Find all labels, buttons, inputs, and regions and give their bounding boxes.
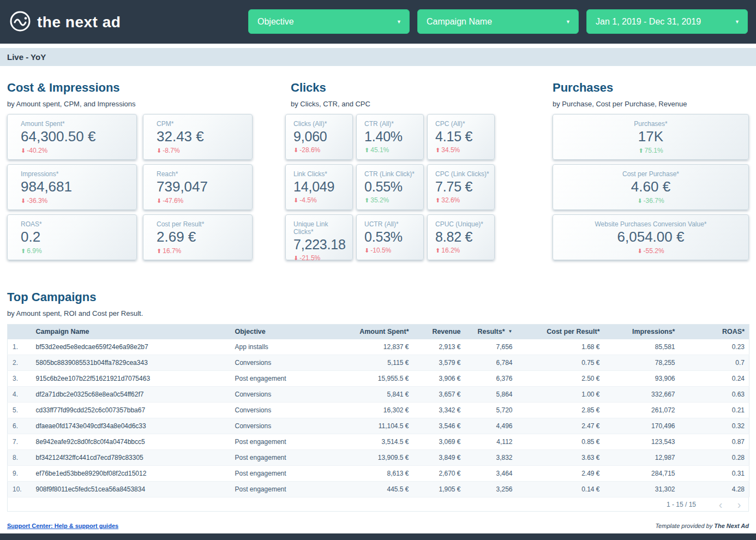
trend-arrow-icon xyxy=(435,196,441,204)
trend-arrow-icon xyxy=(637,247,643,255)
metric-label: Link Clicks* xyxy=(293,170,349,178)
cell-impressions: 332,667 xyxy=(604,387,680,403)
dashboard-page: the next ad Objective ▼ Campaign Name ▼ … xyxy=(0,0,756,540)
delta-value: -36.7% xyxy=(644,197,664,205)
table-pagination: 1 - 15 / 15 ‹ › xyxy=(7,497,749,512)
cell-results: 4,112 xyxy=(465,434,517,450)
metric-label: CTR (Link Click)* xyxy=(364,170,420,178)
scorecard-clicks-all: Clicks (All)* 9,060 -28.6% xyxy=(285,114,353,160)
support-center-link[interactable]: Support Center: Help & support guides xyxy=(7,523,118,529)
column-header-amount-spent[interactable]: Amount Spent* xyxy=(307,325,413,339)
cell-roas: 0.21 xyxy=(680,403,749,418)
cell-amount-spent: 15,955.5 € xyxy=(307,371,413,387)
table-row: 4. df2a71dbc2e0325c68e8ea0c54ff62f7 Conv… xyxy=(8,387,749,403)
cell-rank: 6. xyxy=(8,418,35,434)
date-range-dropdown[interactable]: Jan 1, 2019 - Dec 31, 2019 ▼ xyxy=(586,9,748,34)
table-row: 6. dfaeae0fd1743e049cdf34a8e04d6c33 Conv… xyxy=(8,418,749,434)
column-header-cost-per-result[interactable]: Cost per Result* xyxy=(517,325,604,339)
cell-amount-spent: 8,613 € xyxy=(307,466,413,482)
delta-value: -4.5% xyxy=(299,196,316,204)
cell-amount-spent: 11,104.5 € xyxy=(307,418,413,434)
metric-delta: 6.9% xyxy=(21,247,131,255)
column-header-campaign-name[interactable]: Campaign Name xyxy=(35,325,228,339)
metric-value: 4.15 € xyxy=(435,128,491,145)
cell-results: 6,376 xyxy=(465,371,517,387)
metric-delta: -47.6% xyxy=(157,197,247,205)
column-header-objective[interactable]: Objective xyxy=(228,325,307,339)
metric-delta: 16.7% xyxy=(157,247,247,255)
cell-rank: 4. xyxy=(8,387,35,403)
metric-label: Unique Link Clicks* xyxy=(293,220,349,236)
metric-value: 7,223.18 xyxy=(293,236,349,253)
cell-cost-per-result: 0.75 € xyxy=(517,355,604,371)
section-cost-impressions: Cost & Impressions by Amount spent, CPM,… xyxy=(7,81,253,260)
trend-arrow-icon xyxy=(364,247,370,254)
cell-roas: 0.23 xyxy=(680,339,749,355)
metric-label: CPUC (Unique)* xyxy=(435,220,491,228)
cell-objective: Conversions xyxy=(228,355,307,371)
cell-rank: 10. xyxy=(8,482,35,497)
scorecard-reach: Reach* 739,047 -47.6% xyxy=(143,164,253,210)
column-header-results[interactable]: Results*▼ xyxy=(465,325,517,339)
column-header-rank xyxy=(8,325,35,339)
metric-label: Reach* xyxy=(157,170,247,178)
top-bar: the next ad Objective ▼ Campaign Name ▼ … xyxy=(0,0,756,44)
delta-value: -28.6% xyxy=(299,146,320,154)
cell-cost-per-result: 2.50 € xyxy=(517,371,604,387)
metric-value: 0.55% xyxy=(364,178,420,195)
trend-arrow-icon xyxy=(21,247,27,255)
cell-campaign-name: 915c6b2ee107b22f51621921d7075463 xyxy=(35,371,228,387)
cell-objective: Post engagement xyxy=(228,434,307,450)
delta-value: -36.3% xyxy=(27,197,47,205)
cell-revenue: 3,906 € xyxy=(413,371,465,387)
next-page-button[interactable]: › xyxy=(730,498,748,511)
metric-label: CPC (Link Clicks)* xyxy=(435,170,491,178)
objective-filter-dropdown[interactable]: Objective ▼ xyxy=(248,9,410,34)
metric-label: ROAS* xyxy=(21,220,131,228)
cell-campaign-name: bf53d2eed5e8edcae659f24e6a98e2b7 xyxy=(35,339,228,355)
metric-label: Clicks (All)* xyxy=(293,120,349,128)
section-subtitle: by Amount spent, CPM, and Impressions xyxy=(7,100,253,108)
cell-cost-per-result: 0.14 € xyxy=(517,482,604,497)
chevron-down-icon: ▼ xyxy=(566,19,571,25)
cell-campaign-name: df2a71dbc2e0325c68e8ea0c54ff62f7 xyxy=(35,387,228,403)
dropdown-label: Objective xyxy=(257,17,294,27)
campaign-name-filter-dropdown[interactable]: Campaign Name ▼ xyxy=(417,9,579,34)
scorecard-ctr-link-click: CTR (Link Click)* 0.55% 35.2% xyxy=(356,164,424,210)
metric-label: CTR (All)* xyxy=(364,120,420,128)
metric-value: 4.60 € xyxy=(559,178,743,195)
scorecard-link-clicks: Link Clicks* 14,049 -4.5% xyxy=(285,164,353,210)
cell-revenue: 3,069 € xyxy=(413,434,465,450)
cell-roas: 0.7 xyxy=(680,355,749,371)
delta-value: -47.6% xyxy=(163,197,183,205)
cell-roas: 0.32 xyxy=(680,418,749,434)
scorecard-cost-per-result: Cost per Result* 2.69 € 16.7% xyxy=(143,214,253,260)
trend-arrow-icon xyxy=(435,146,441,154)
trend-arrow-icon xyxy=(157,247,163,255)
column-header-revenue[interactable]: Revenue xyxy=(413,325,465,339)
cell-impressions: 31,302 xyxy=(604,482,680,497)
cell-revenue: 3,342 € xyxy=(413,403,465,418)
bottom-bar xyxy=(0,533,756,540)
prev-page-button[interactable]: ‹ xyxy=(711,498,730,511)
cell-roas: 4.28 xyxy=(680,482,749,497)
cell-results: 3,464 xyxy=(465,466,517,482)
cell-rank: 5. xyxy=(8,403,35,418)
column-header-roas[interactable]: ROAS* xyxy=(680,325,749,339)
cell-objective: Post engagement xyxy=(228,482,307,497)
scorecard-cpm: CPM* 32.43 € -8.7% xyxy=(143,114,253,160)
table-row: 9. ef76be1ed53bbe89290bf08f2cd15012 Post… xyxy=(8,466,749,482)
report-tab-label: Live - YoY xyxy=(7,52,46,62)
metric-delta: -21.5% xyxy=(293,254,349,262)
section-purchases: Purchases by Purchase, Cost per Purchase… xyxy=(553,81,749,260)
scorecard-cpc-link-clicks: CPC (Link Clicks)* 7.75 € 32.6% xyxy=(427,164,495,210)
column-header-impressions[interactable]: Impressions* xyxy=(604,325,680,339)
metric-delta: -28.6% xyxy=(293,146,349,154)
metric-label: CPC (All)* xyxy=(435,120,491,128)
cell-objective: Conversions xyxy=(228,418,307,434)
cell-amount-spent: 3,514.5 € xyxy=(307,434,413,450)
metric-delta: -8.7% xyxy=(157,147,247,154)
cell-rank: 8. xyxy=(8,450,35,466)
cell-results: 6,784 xyxy=(465,355,517,371)
section-title: Cost & Impressions xyxy=(7,81,253,95)
